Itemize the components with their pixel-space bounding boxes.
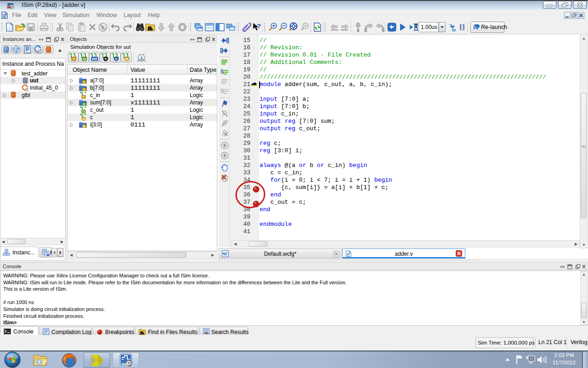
- svg-text:I: I: [83, 95, 84, 98]
- svg-text:O: O: [82, 110, 85, 113]
- svg-text:O: O: [83, 57, 85, 61]
- svg-text:ISim: ISim: [122, 362, 128, 366]
- svg-text:5: 5: [220, 88, 224, 94]
- svg-text:I: I: [73, 57, 74, 61]
- svg-text:I: I: [84, 88, 85, 91]
- svg-text:U: U: [125, 57, 128, 61]
- svg-text:O: O: [83, 103, 85, 106]
- svg-text:I/O: I/O: [92, 57, 97, 61]
- svg-text:?: ?: [257, 22, 261, 30]
- svg-text:U: U: [82, 118, 85, 121]
- svg-text:I: I: [84, 80, 85, 84]
- svg-text:U: U: [83, 125, 85, 128]
- svg-text:5: 5: [220, 69, 224, 75]
- svg-text:C: C: [115, 57, 118, 61]
